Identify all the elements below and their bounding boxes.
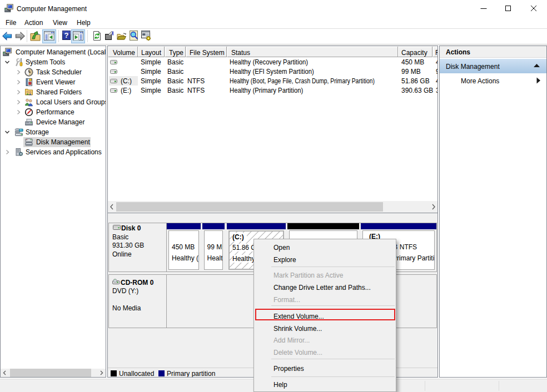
svg-text:?: ? bbox=[64, 31, 69, 39]
